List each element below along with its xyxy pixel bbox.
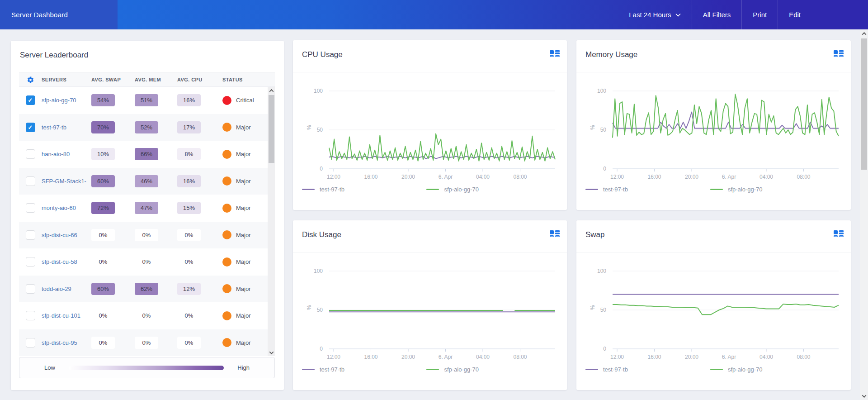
table-row[interactable]: han-aio-8010%66%8%Major xyxy=(19,141,268,168)
cpu-badge-cell: 16% xyxy=(177,175,222,187)
row-checkbox[interactable] xyxy=(26,338,35,348)
table-row[interactable]: sfp-dist-cu-580%0%0%Major xyxy=(19,248,268,276)
legend-label: test-97-tb xyxy=(320,186,344,193)
leaderboard-table: SERVERS AVG. SWAP AVG. MEM AVG. CPU STAT… xyxy=(19,72,275,356)
table-row[interactable]: sfp-dist-cu-660%0%0%Major xyxy=(19,222,268,249)
svg-text:100: 100 xyxy=(314,268,323,274)
server-cell: sfp-dist-cu-66 xyxy=(42,232,91,238)
server-link[interactable]: sfp-dist-cu-66 xyxy=(42,232,77,238)
svg-text:0: 0 xyxy=(603,166,606,172)
scroll-up-button[interactable] xyxy=(860,29,868,38)
legend-item[interactable]: sfp-aio-gg-70 xyxy=(426,366,567,373)
server-link[interactable]: test-97-tb xyxy=(42,124,66,131)
dashboard-grid-icon[interactable] xyxy=(550,50,560,60)
row-checkbox[interactable] xyxy=(26,284,35,294)
mem-badge-cell: 0% xyxy=(135,337,177,349)
server-link[interactable]: han-aio-80 xyxy=(42,151,70,157)
table-row[interactable]: monty-aio-6072%47%15%Major xyxy=(19,195,268,222)
svg-text:20:00: 20:00 xyxy=(685,174,698,180)
cpu-badge-cell: 0% xyxy=(177,256,222,268)
dashboard-grid-icon[interactable] xyxy=(550,230,560,240)
row-checkbox[interactable] xyxy=(26,230,35,240)
table-row[interactable]: sfp-dist-cu-1010%0%0%Major xyxy=(19,302,268,329)
legend-item[interactable]: test-97-tb xyxy=(302,366,426,373)
swap-badge: 0% xyxy=(91,229,115,241)
table-scrollbar-thumb[interactable] xyxy=(269,95,274,163)
table-row[interactable]: test-97-tb70%52%17%Major xyxy=(19,114,268,141)
row-checkbox[interactable] xyxy=(26,311,35,320)
chart-title: CPU Usage xyxy=(302,50,343,59)
server-link[interactable]: sfp-dist-cu-58 xyxy=(42,258,77,265)
legend-item[interactable]: sfp-aio-gg-70 xyxy=(710,186,851,193)
checkbox-cell xyxy=(19,203,42,213)
table-settings-button[interactable] xyxy=(19,76,42,84)
svg-text:08:00: 08:00 xyxy=(513,354,527,360)
table-row[interactable]: sfp-aio-gg-7054%51%16%Critical xyxy=(19,87,268,114)
server-leaderboard-panel: Server Leaderboard SERVERS AVG. SWAP AVG… xyxy=(11,41,284,390)
svg-text:12:00: 12:00 xyxy=(610,354,624,360)
status-cell: Major xyxy=(222,204,268,213)
server-link[interactable]: sfp-dist-cu-101 xyxy=(42,312,80,319)
server-link[interactable]: SFP-GM-Stack1- xyxy=(42,178,86,185)
divider xyxy=(293,72,567,72)
row-checkbox[interactable] xyxy=(26,95,35,105)
table-scroll-down-button[interactable] xyxy=(268,349,275,356)
leaderboard-rows: sfp-aio-gg-7054%51%16%Criticaltest-97-tb… xyxy=(19,87,268,356)
page-scrollbar[interactable] xyxy=(860,29,868,400)
dashboard-grid-icon[interactable] xyxy=(834,50,844,60)
svg-text:0: 0 xyxy=(320,346,323,352)
edit-button[interactable]: Edit xyxy=(778,0,811,29)
row-checkbox[interactable] xyxy=(26,149,35,159)
server-cell: SFP-GM-Stack1- xyxy=(42,178,91,185)
table-scroll-up-button[interactable] xyxy=(268,87,275,94)
server-link[interactable]: todd-aio-29 xyxy=(42,286,71,292)
cpu-badge-cell: 8% xyxy=(177,148,222,160)
chart-plot: 100500%12:0016:0020:006. Apr04:0008:00 xyxy=(293,260,567,363)
legend-label: sfp-aio-gg-70 xyxy=(728,366,763,373)
swap-badge-cell: 0% xyxy=(91,337,135,349)
status-dot xyxy=(222,311,231,320)
row-checkbox[interactable] xyxy=(26,176,35,186)
server-link[interactable]: sfp-aio-gg-70 xyxy=(42,97,76,104)
row-checkbox[interactable] xyxy=(26,123,35,132)
legend-item[interactable]: sfp-aio-gg-70 xyxy=(426,186,567,193)
legend-item[interactable]: test-97-tb xyxy=(302,186,426,193)
status-dot xyxy=(222,96,231,105)
status-cell: Major xyxy=(222,284,268,293)
svg-text:16:00: 16:00 xyxy=(364,354,377,360)
server-cell: sfp-dist-cu-101 xyxy=(42,312,91,319)
cpu-badge: 0% xyxy=(177,337,201,349)
time-range-dropdown[interactable]: Last 24 Hours xyxy=(618,0,691,29)
server-link[interactable]: sfp-dist-cu-95 xyxy=(42,339,77,346)
svg-text:12:00: 12:00 xyxy=(327,174,340,180)
disk-usage-panel: Disk Usage 100500%12:0016:0020:006. Apr0… xyxy=(293,220,567,390)
dashboard-grid-icon[interactable] xyxy=(834,230,844,240)
scroll-down-button[interactable] xyxy=(860,392,868,400)
row-checkbox[interactable] xyxy=(26,257,35,267)
gear-icon xyxy=(27,76,34,84)
print-button[interactable]: Print xyxy=(741,0,778,29)
chart-plot: 100500%12:0016:0020:006. Apr04:0008:00 xyxy=(576,80,850,183)
swap-badge-cell: 0% xyxy=(91,229,135,241)
status-dot xyxy=(222,338,231,347)
legend-high-label: High xyxy=(237,364,250,371)
legend-item[interactable]: test-97-tb xyxy=(585,186,710,193)
mem-badge-cell: 52% xyxy=(135,121,177,133)
legend-item[interactable]: sfp-aio-gg-70 xyxy=(710,366,851,373)
page-scrollbar-thumb[interactable] xyxy=(861,38,867,170)
row-checkbox[interactable] xyxy=(26,203,35,213)
all-filters-button[interactable]: All Filters xyxy=(692,0,742,29)
table-row[interactable]: todd-aio-2960%62%12%Major xyxy=(19,276,268,303)
column-header-avg-swap: AVG. SWAP xyxy=(91,77,135,82)
table-scrollbar[interactable] xyxy=(268,87,275,356)
table-row[interactable]: SFP-GM-Stack1-60%46%16%Major xyxy=(19,168,268,195)
legend-item[interactable]: test-97-tb xyxy=(585,366,710,373)
table-row[interactable]: sfp-dist-cu-950%0%0%Major xyxy=(19,329,268,357)
swap-badge-cell: 0% xyxy=(91,310,135,322)
status-label: Major xyxy=(236,286,251,292)
status-label: Major xyxy=(236,124,251,131)
server-link[interactable]: monty-aio-60 xyxy=(42,205,76,211)
cpu-chart-svg: 100500%12:0016:0020:006. Apr04:0008:00 xyxy=(293,80,567,183)
memory-chart-svg: 100500%12:0016:0020:006. Apr04:0008:00 xyxy=(576,80,850,183)
brand-block: Server Dashboard xyxy=(0,0,118,29)
